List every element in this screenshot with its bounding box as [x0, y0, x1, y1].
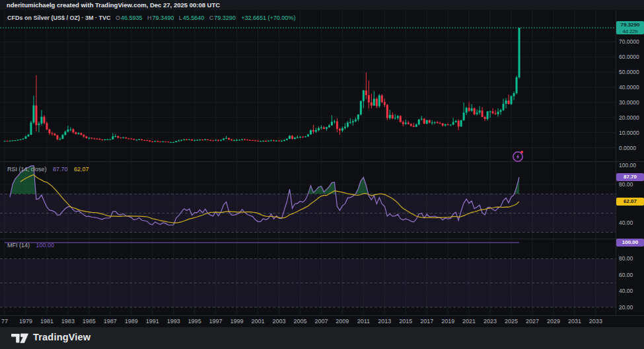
change-value: +32.6651 (+70.00%) [241, 15, 295, 21]
rsi-ma-value: 62.07 [74, 166, 89, 173]
close-label: C [209, 15, 214, 21]
price-tick-label: 10.0000 [619, 130, 639, 136]
time-axis-label: 2005 [290, 316, 310, 327]
time-axis-label: 1983 [58, 316, 78, 327]
price-tick-label: 30.0000 [619, 99, 639, 106]
mfi-legend[interactable]: MFI (14) 100.00 [7, 241, 54, 249]
mfi-value-badge: 100.00 [616, 239, 644, 247]
time-axis-label: 1985 [79, 316, 99, 327]
price-tick-label: 50.0000 [619, 69, 639, 75]
rsi-tick-label: 100.00 [619, 162, 636, 169]
price-tick-label: 0.0000 [619, 145, 636, 151]
time-axis-label: 2015 [396, 316, 415, 327]
mfi-title: MFI (14) [7, 242, 30, 249]
time-axis-label: 2007 [311, 316, 331, 327]
low-value: 45.5640 [183, 15, 205, 21]
time-axis[interactable]: 7719791981198319851987198919911993199519… [0, 316, 644, 327]
time-axis-label: 2033 [586, 316, 606, 327]
rsi-tick-label: 40.00 [619, 219, 633, 226]
time-axis-label: 1993 [164, 316, 184, 327]
mfi-tick-label: 60.00 [619, 272, 633, 278]
chart-canvas[interactable] [0, 0, 644, 327]
symbol-title: CFDs on Silver (US$ / OZ) · 3M · TVC [7, 15, 111, 21]
time-axis-label: 2023 [480, 316, 500, 327]
low-label: L [179, 15, 182, 21]
time-axis-label: 1995 [185, 316, 205, 327]
time-axis-label: 1979 [16, 316, 36, 327]
time-axis-label: 1981 [37, 316, 57, 327]
rsi-tick-label: 80.00 [619, 181, 633, 188]
time-axis-label: 2017 [417, 316, 437, 327]
price-tick-label: 70.0000 [619, 38, 639, 45]
time-axis-label: 2019 [438, 316, 458, 327]
mfi-tick-label: 40.00 [619, 288, 633, 294]
tradingview-screenshot: nderitumichaelg created with TradingView… [0, 0, 644, 349]
candles-series [4, 28, 520, 143]
price-tick-label: 40.0000 [619, 84, 639, 91]
symbol-legend[interactable]: CFDs on Silver (US$ / OZ) · 3M · TVC O46… [7, 14, 295, 22]
time-axis-label: 1989 [122, 316, 141, 327]
time-axis-label: 1999 [227, 316, 247, 327]
mfi-tick-label: 80.00 [619, 255, 633, 262]
rsi-value: 87.70 [53, 166, 68, 173]
mfi-value: 100.00 [36, 242, 55, 249]
rsi-legend[interactable]: RSI (14, close) 87.70 62.07 [7, 165, 89, 173]
time-axis-label: 2025 [501, 316, 521, 327]
time-axis-label: 2001 [248, 316, 268, 327]
time-axis-label: 1991 [143, 316, 162, 327]
close-value: 79.3290 [214, 15, 236, 21]
open-label: O [116, 15, 120, 21]
price-badge: 79.3290 4d 22h [616, 21, 644, 34]
price-badge-value: 79.3290 [616, 22, 644, 28]
time-axis-label: 2029 [544, 316, 563, 327]
footer-bar: TradingView [0, 327, 644, 349]
time-axis-label: 2021 [459, 316, 479, 327]
price-tick-label: 60.0000 [619, 54, 639, 60]
time-axis-label: 1987 [100, 316, 120, 327]
mfi-tick-label: 20.00 [619, 304, 633, 311]
time-axis-label: 1997 [206, 316, 226, 327]
brand-name: TradingView [33, 332, 90, 342]
open-value: 46.5935 [121, 15, 143, 21]
rsi-ma-value-badge: 62.07 [616, 198, 644, 206]
streams-flash-icon[interactable] [510, 148, 526, 164]
time-axis-label: 77 [0, 316, 15, 327]
tradingview-logo[interactable] [11, 331, 29, 348]
time-axis-label: 2009 [332, 316, 352, 327]
time-axis-label: 2031 [565, 316, 585, 327]
time-axis-label: 2027 [522, 316, 542, 327]
time-axis-label: 2011 [353, 316, 373, 327]
time-axis-label: 2003 [269, 316, 289, 327]
rsi-title: RSI (14, close) [7, 166, 47, 173]
high-label: H [147, 15, 152, 21]
high-value: 79.3490 [153, 15, 174, 21]
rsi-value-badge: 87.70 [616, 173, 644, 181]
price-badge-countdown: 4d 22h [616, 28, 644, 35]
time-axis-label: 2013 [375, 316, 394, 327]
price-tick-label: 20.0000 [619, 114, 639, 121]
